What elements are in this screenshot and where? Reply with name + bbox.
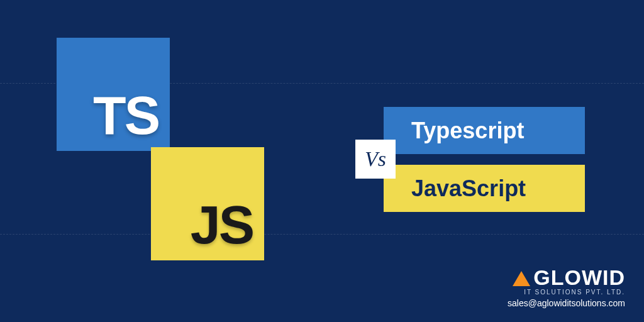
javascript-logo-text: JS <box>191 197 253 252</box>
typescript-logo-text: TS <box>93 88 158 142</box>
brand-logo-row: GLOWID <box>508 265 625 290</box>
vs-badge: Vs <box>355 140 396 179</box>
brand-subtitle: IT SOLUTIONS PVT. LTD. <box>508 289 625 296</box>
javascript-logo-tile: JS <box>151 147 264 260</box>
typescript-label-bar: Typescript <box>384 107 585 154</box>
brand-email: sales@aglowiditsolutions.com <box>508 298 625 308</box>
vs-text: Vs <box>365 147 386 171</box>
typescript-logo-tile: TS <box>57 38 170 151</box>
typescript-label: Typescript <box>411 118 524 144</box>
brand-block: GLOWID IT SOLUTIONS PVT. LTD. sales@aglo… <box>508 265 625 308</box>
javascript-label: JavaScript <box>411 175 526 202</box>
brand-triangle-icon <box>513 271 530 286</box>
javascript-label-bar: JavaScript <box>384 165 585 212</box>
brand-name: GLOWID <box>533 265 625 290</box>
divider-line-bottom <box>0 234 644 235</box>
